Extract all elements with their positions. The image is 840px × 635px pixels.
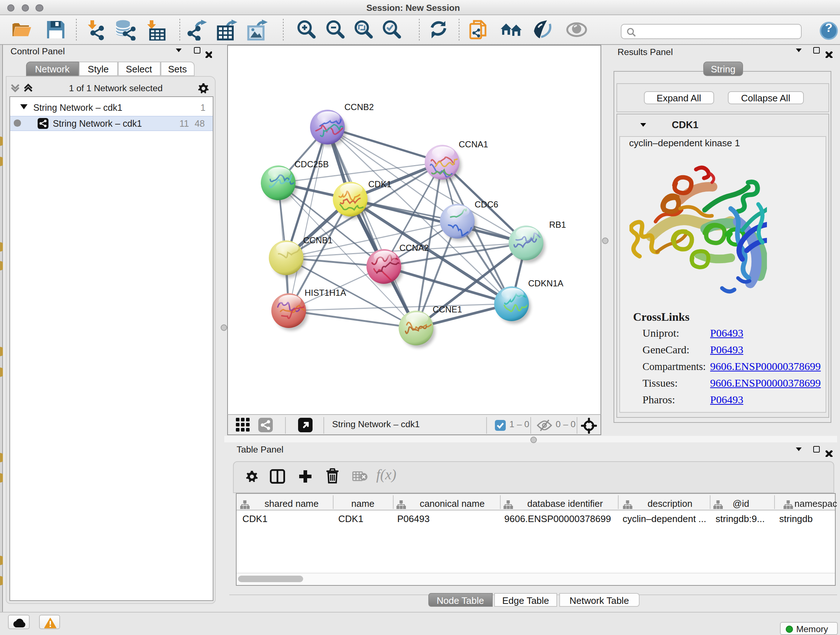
svg-text:RB1: RB1 <box>549 220 566 230</box>
svg-text:CDK1: CDK1 <box>368 179 392 189</box>
svg-text:CCNE1: CCNE1 <box>433 304 462 314</box>
svg-text:CDC6: CDC6 <box>475 200 498 209</box>
svg-text:CCNB2: CCNB2 <box>344 102 374 112</box>
svg-text:CDKN1A: CDKN1A <box>528 279 563 288</box>
svg-text:CDC25B: CDC25B <box>294 159 329 169</box>
svg-text:CCNB1: CCNB1 <box>303 235 332 245</box>
svg-text:HIST1H1A: HIST1H1A <box>305 288 346 298</box>
svg-text:CCNA1: CCNA1 <box>459 139 488 149</box>
svg-text:CCNA2: CCNA2 <box>399 243 429 253</box>
